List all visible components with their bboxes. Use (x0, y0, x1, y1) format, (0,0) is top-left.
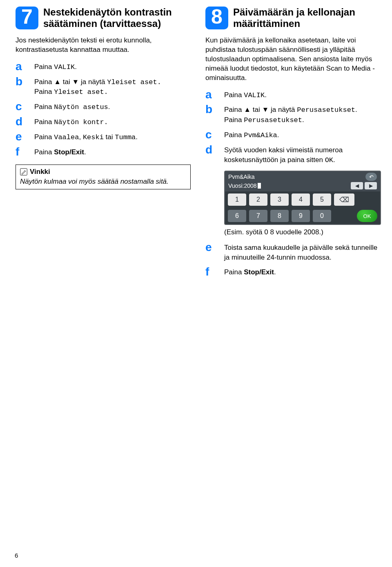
section-8-steps-cont: e Toista sama kuukaudelle ja päivälle se… (205, 242, 381, 277)
key-8[interactable]: 8 (270, 210, 289, 222)
step-letter-b: b (16, 76, 34, 87)
keypad-screen: Pvm&Aika ↶ Vuosi:2008 ◀ ▶ 1 2 3 4 5 (224, 171, 381, 225)
step-badge-8: 8 (205, 7, 228, 29)
section-8-title: Päivämäärän ja kellonajan määrittäminen (233, 7, 381, 29)
tip-box: Vinkki Näytön kulmaa voi myös säätää nos… (16, 165, 191, 189)
back-icon[interactable]: ↶ (365, 173, 377, 181)
step-badge-7: 7 (16, 7, 38, 29)
keypad-caption: (Esim. syötä 0 8 vuodelle 2008.) (224, 228, 381, 236)
left-column: 7 Nestekidenäytön kontrastin säätäminen … (16, 7, 191, 281)
section-7-steps: a Paina VALIK. b Paina ▲ tai ▼ ja näytä … (16, 61, 191, 157)
key-2[interactable]: 2 (249, 193, 267, 206)
key-0[interactable]: 0 (313, 210, 331, 222)
key-1[interactable]: 1 (228, 193, 246, 206)
key-9[interactable]: 9 (292, 210, 310, 222)
key-5[interactable]: 5 (313, 193, 331, 206)
step-8a-text: Paina VALIK. (224, 89, 267, 100)
step-8d-text: Syötä vuoden kaksi viimeistä numeroa kos… (224, 145, 381, 165)
right-column: 8 Päivämäärän ja kellonajan määrittämine… (205, 7, 381, 281)
step-letter-c: c (205, 129, 224, 140)
section-7-intro: Jos nestekidenäytön teksti ei erotu kunn… (16, 36, 191, 55)
step-letter-e: e (16, 131, 34, 142)
step-letter-f: f (205, 267, 224, 277)
key-7[interactable]: 7 (249, 210, 267, 222)
step-letter-c: c (16, 101, 34, 112)
arrow-left-icon[interactable]: ◀ (351, 182, 363, 189)
step-7a-text: Paina VALIK. (34, 61, 77, 72)
arrow-right-icon[interactable]: ▶ (365, 182, 377, 189)
step-8b-text: Paina ▲ tai ▼ ja näytä Perusasetukset. P… (224, 104, 357, 125)
step-letter-e: e (205, 242, 224, 253)
step-letter-f: f (16, 147, 34, 157)
section-7-title: Nestekidenäytön kontrastin säätäminen (t… (43, 7, 191, 29)
pencil-icon (20, 168, 27, 176)
tip-title: Vinkki (30, 168, 50, 176)
step-7f-text: Paina Stop/Exit. (34, 147, 86, 157)
section-8-heading: 8 Päivämäärän ja kellonajan määrittämine… (205, 7, 381, 29)
section-7-heading: 7 Nestekidenäytön kontrastin säätäminen … (16, 7, 191, 29)
section-8-intro: Kun päivämäärä ja kellonaika asetetaan, … (205, 36, 381, 83)
step-7d-text: Paina Näytön kontr. (34, 116, 108, 127)
step-7e-text: Paina Vaalea, Keski tai Tumma. (34, 131, 138, 142)
key-6[interactable]: 6 (228, 210, 246, 222)
section-8-steps: a Paina VALIK. b Paina ▲ tai ▼ ja näytä … (205, 89, 381, 165)
keypad-subtitle: Vuosi:2008 (228, 182, 261, 189)
tip-body: Näytön kulmaa voi myös säätää nostamalla… (20, 178, 186, 186)
step-letter-d: d (205, 145, 224, 155)
ok-button[interactable]: OK (357, 210, 377, 222)
step-8f-text: Paina Stop/Exit. (224, 267, 276, 277)
backspace-icon[interactable]: ⌫ (334, 193, 354, 206)
step-letter-a: a (16, 61, 34, 72)
step-7c-text: Paina Näytön asetus. (34, 101, 110, 112)
step-8e-text: Toista sama kuukaudelle ja päivälle sekä… (224, 242, 381, 262)
step-8c-text: Paina Pvm&Aika. (224, 129, 279, 140)
step-letter-b: b (205, 104, 224, 115)
step-letter-d: d (16, 116, 34, 127)
key-4[interactable]: 4 (292, 193, 310, 206)
step-7b-text: Paina ▲ tai ▼ ja näytä Yleiset aset. Pai… (34, 76, 161, 98)
step-letter-a: a (205, 89, 224, 100)
keypad-title: Pvm&Aika (228, 173, 255, 180)
page-number: 6 (15, 552, 18, 559)
key-3[interactable]: 3 (270, 193, 289, 206)
